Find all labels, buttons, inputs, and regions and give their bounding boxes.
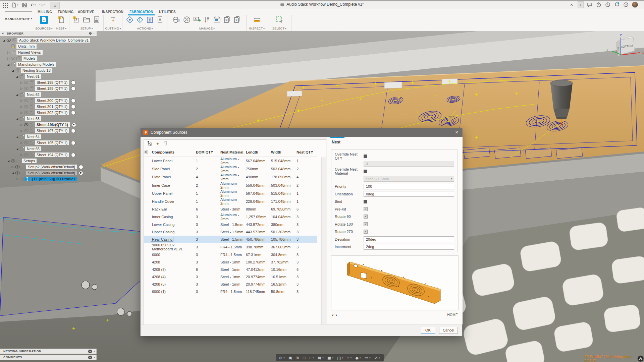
column-header-components[interactable]: Components [152,148,196,157]
tree-item[interactable]: ▷Sheet.200:(QTY 1) [0,98,97,104]
visibility-eye-icon[interactable] [15,165,20,169]
override-nest-qty-checkbox[interactable] [364,155,367,158]
tree-item[interactable]: ◢Setup3 [Work offset=Default] [0,170,97,176]
tool-library-icon[interactable] [203,15,211,24]
panel-flyout-icon[interactable]: › [94,356,95,359]
deviation-input[interactable]: 20deg [364,236,454,242]
open-folder-icon[interactable] [82,15,91,24]
tree-item[interactable]: Units: mm [0,43,97,49]
simulate-icon[interactable] [125,15,134,24]
tree-item[interactable]: ▷Sheet.199:(QTY 1) [0,85,97,92]
collapsed-arrow-icon[interactable]: ▷ [19,111,23,114]
component-row[interactable]: Inner Case2Aluminum - 2mm559.048mm503.04… [144,181,317,189]
tab-utilities[interactable]: UTILITIES [158,9,177,14]
setup-sheet-icon[interactable] [156,15,164,24]
component-row[interactable]: Upper Panel1Aluminum - 2mm567.048mm515.0… [144,189,317,197]
cancel-button[interactable]: Cancel [439,327,458,334]
tree-item[interactable]: ▷Sheet.201:(QTY 1) [0,104,97,110]
ribbon-group-label[interactable]: NEST▾ [56,27,67,30]
job-status-icon[interactable] [596,2,602,8]
tree-item[interactable]: ◢Nest:64 [0,134,97,140]
file-menu-icon[interactable]: ▾ [11,2,19,8]
tree-item[interactable]: ▷Sheet.194:(QTY 1) [0,152,97,158]
active-sheet-radio[interactable] [71,153,75,157]
collapsed-arrow-icon[interactable]: ▷ [19,105,23,108]
tab-milling[interactable]: MILLING [36,9,53,14]
ribbon-group-label[interactable]: CUTTING▾ [105,27,121,30]
window-select-icon[interactable] [275,15,284,24]
material-roll-icon[interactable] [172,15,181,24]
component-row[interactable]: Rear Casing3Steel - 1.5mm450.786mm105.78… [144,236,317,243]
column-header-bom-qty[interactable]: BOM QTY [196,148,220,157]
ribbon-group-label[interactable]: ACTIONS▾ [137,27,153,30]
comments-panel[interactable]: COMMENTS ˄ › [0,355,97,360]
component-row[interactable]: Lower Panel1Aluminum - 2mm567.048mm515.0… [144,157,317,165]
active-sheet-radio[interactable] [79,171,83,175]
ribbon-group-label[interactable]: INSPECT▾ [249,27,265,30]
tab-turning[interactable]: TURNING [56,9,75,14]
grid-icon[interactable]: ▦▼ [326,356,335,360]
rotate-90-checkbox[interactable]: ✓ [364,215,368,219]
visibility-eye-icon[interactable] [23,87,29,90]
collapsed-arrow-icon[interactable]: ▷ [15,177,19,181]
visibility-eye-icon[interactable] [10,159,16,163]
screens-icon[interactable]: ▭▼ [363,356,373,360]
annotation-icon[interactable]: A [193,15,201,24]
cutting-toolpath-icon[interactable] [109,15,117,24]
component-row[interactable]: Lower Casing3Steel - 1.5mm443.572mm380mm… [144,221,317,228]
tree-item[interactable]: ▷Sheet.198:(QTY 1) [0,79,97,85]
preview-prev-icon[interactable]: ‹ [331,312,334,317]
effects-icon[interactable]: ◆▼ [354,356,363,360]
dialog-close-icon[interactable]: × [454,129,460,135]
tab-nest[interactable]: Nest [332,140,340,144]
active-sheet-radio[interactable] [71,99,75,103]
viewports-icon[interactable]: ◫▼ [335,356,345,360]
visibility-icon[interactable]: ⊘▼ [373,356,382,360]
column-header-length[interactable]: Length [246,148,271,157]
feedback-icon[interactable] [587,2,593,8]
collapsed-arrow-icon[interactable]: ▷ [19,123,23,126]
steps-icon[interactable]: ≡▼ [345,356,354,360]
expanded-arrow-icon[interactable]: ◢ [15,147,19,150]
measure-icon[interactable] [253,15,261,24]
visibility-eye-icon[interactable] [23,99,29,102]
autodesk-logo[interactable] [637,355,644,362]
tree-item[interactable]: ▷Setup2 [Work offset=Default] [0,164,97,170]
display-settings-icon[interactable]: ▤▼ [316,356,326,360]
tab-fabrication[interactable]: FABRICATION [128,9,155,14]
look-at-icon[interactable]: ▣ [287,356,294,360]
undo-icon[interactable]: ↶▾ [30,2,37,8]
active-sheet-radio[interactable] [71,111,75,115]
redo-icon[interactable]: ↷▾ [39,2,45,8]
hide-all-icon[interactable]: ⊖ [89,31,92,36]
component-row[interactable]: 9000.0569.02 Motherboard v1 v13FR4 - 1.5… [144,243,317,251]
component-row[interactable]: Plate Panel4Aluminum - 2mm490mm178.096mm… [144,173,317,181]
component-row[interactable]: Handle Cover1Aluminum - 2mm229.048mm171.… [144,197,317,205]
visibility-eye-icon[interactable] [6,39,11,42]
collapsed-arrow-icon[interactable]: ▷ [19,153,23,157]
table-scrollbar[interactable] [321,157,326,325]
visibility-eye-icon[interactable] [10,57,16,60]
expanded-arrow-icon[interactable]: ◢ [15,75,19,78]
ribbon-group-label[interactable]: MANAGE▾ [199,27,215,30]
orbit-icon[interactable]: ⊕▼ [277,356,287,360]
active-sheet-radio[interactable] [79,165,83,169]
collapsed-arrow-icon[interactable]: ▷ [19,129,23,132]
preview-home-button[interactable]: HOME [447,313,458,317]
sdoc-library-icon[interactable]: S [233,15,241,24]
create-nest-icon[interactable]: ★ [57,15,66,24]
add-component-icon[interactable]: + [156,141,159,147]
gcode-list-icon[interactable]: G [92,15,101,24]
tree-item[interactable]: ◢Nesting Study:13 [0,67,97,73]
active-sheet-radio[interactable] [71,80,75,85]
gdoc-library-icon[interactable]: G [223,15,231,24]
collapsed-arrow-icon[interactable]: ▷ [11,165,15,169]
visibility-eye-icon[interactable] [23,141,29,144]
expanded-arrow-icon[interactable]: ◢ [2,39,6,42]
component-row[interactable]: Inner Casing3Aluminum - 2mm1,257.05mm104… [144,213,317,221]
component-row[interactable]: Side Panel2Aluminum - 2mm750mm503.048mm2 [144,165,317,173]
component-row[interactable]: 42083Steel - 1mm100.276mm37.782mm3 [144,259,317,266]
collapse-panel-icon[interactable]: « [2,32,4,35]
user-avatar[interactable] [632,2,638,8]
priority-input[interactable]: 100 [364,184,454,189]
